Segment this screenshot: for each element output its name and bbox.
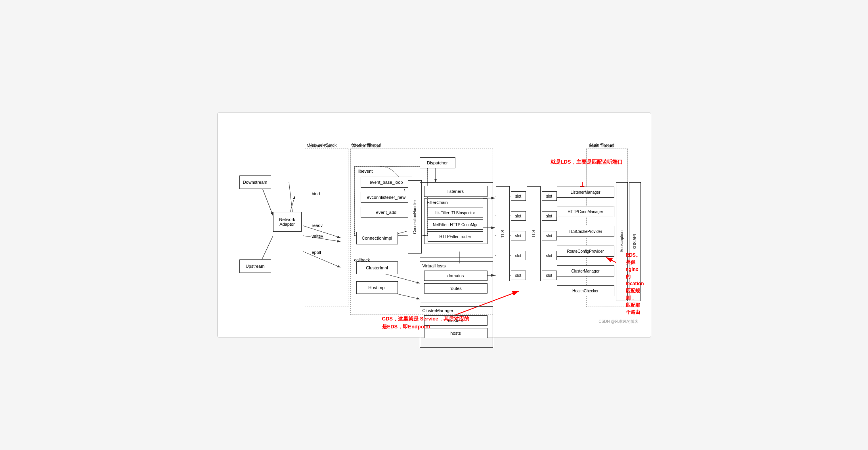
cluster-impl-box: ClusterImpl [356, 261, 398, 274]
svg-line-2 [289, 182, 293, 216]
http-filter-box: HTTPFilter: router [428, 231, 483, 242]
rds-annotation: RDS。类似 nginx 的location 匹配规则，匹配那个路由 [626, 252, 644, 316]
slot-r2: slot [542, 211, 557, 221]
tls-left-label: TLS [500, 230, 505, 238]
domains-box: domains [424, 271, 488, 281]
event-base-loop-box: event_base_loop [361, 177, 412, 188]
virtualhosts-label: VirtualHosts [423, 263, 446, 268]
filterchain-label: FilterChain [427, 200, 448, 205]
slot-l1: slot [511, 191, 526, 201]
slot-l2: slot [511, 211, 526, 221]
slot-r4: slot [542, 251, 557, 260]
filterchain-container: listeners FilterChain LisFilter: TLSInsp… [420, 182, 493, 257]
diagram-area: Network Stack Worker Thread Main Thread … [226, 121, 643, 327]
tls-left-box: TLS [496, 186, 510, 281]
routes-box: routes [424, 283, 488, 294]
slot-l3: slot [511, 231, 526, 240]
slot-r3: slot [542, 231, 557, 240]
dispatcher-box: Dispatcher [420, 157, 455, 168]
cluster-manager-right-box: ClusterManager [557, 265, 614, 276]
writev-label: writev [312, 234, 323, 238]
readv-label: readv [312, 223, 323, 228]
evconnlistener-new-box: evconnlistener_new [361, 192, 412, 203]
slot-l4: slot [511, 251, 526, 260]
event-add-box: event_add [361, 207, 412, 218]
tls-right-box: TLS [527, 186, 541, 281]
listeners-box: listeners [424, 186, 488, 197]
clustermanager-left-label: ClusterManager [423, 308, 453, 313]
connection-handler-label: ConnectionHandler [413, 200, 417, 234]
upstream-box: Upstream [239, 259, 271, 273]
downstream-box: Downstream [239, 175, 271, 189]
listener-manager-box: ListenerManager [557, 187, 614, 198]
lis-filter-box: LisFilter: TLSInspector [428, 208, 483, 218]
net-filter-box: NetFilter: HTTP ConnMgr [428, 219, 483, 230]
virtualhosts-container: VirtualHosts domains routes [420, 261, 493, 303]
xds-api-label: XDS API [633, 234, 637, 250]
health-checker-box: HealthChecker [557, 285, 614, 296]
main-thread-label: Main Thread [589, 143, 614, 148]
network-stack-label: Network Stack [307, 143, 335, 148]
cds-annotation: CDS，这里就是 Service，其后对应的是EDS，即Endpoint [382, 315, 469, 330]
lds-annotation: 就是LDS，主要是匹配监听端口 [551, 158, 623, 166]
network-adaptor-box: Network Adaptor [273, 212, 302, 232]
http-conn-manager-box: HTTPConnManager [557, 206, 614, 217]
slot-r1: slot [542, 191, 557, 201]
footer: CSDN @风求凤的博客 [598, 319, 639, 324]
subscription-label: Subscription [619, 231, 624, 252]
worker-thread-label: Worker Thread [352, 143, 380, 148]
libevent-label: libevent [358, 169, 373, 174]
connection-impl-box: ConnectionImpl [356, 232, 398, 244]
slot-r5: slot [542, 271, 557, 280]
epoll-label: epoll [312, 250, 321, 255]
bind-label: bind [312, 191, 320, 196]
host-impl-box: HostImpl [356, 281, 398, 294]
tls-cache-provider-box: TLSCacheProvider [557, 226, 614, 237]
route-config-provider-box: RouteConfigProvider [557, 246, 614, 257]
network-stack-border [305, 149, 348, 307]
filterchain-box: FilterChain LisFilter: TLSInspector NetF… [424, 198, 488, 244]
slot-l5: slot [511, 271, 526, 280]
tls-right-label: TLS [531, 230, 536, 238]
page-container: Network Stack Worker Thread Main Thread … [217, 113, 651, 338]
